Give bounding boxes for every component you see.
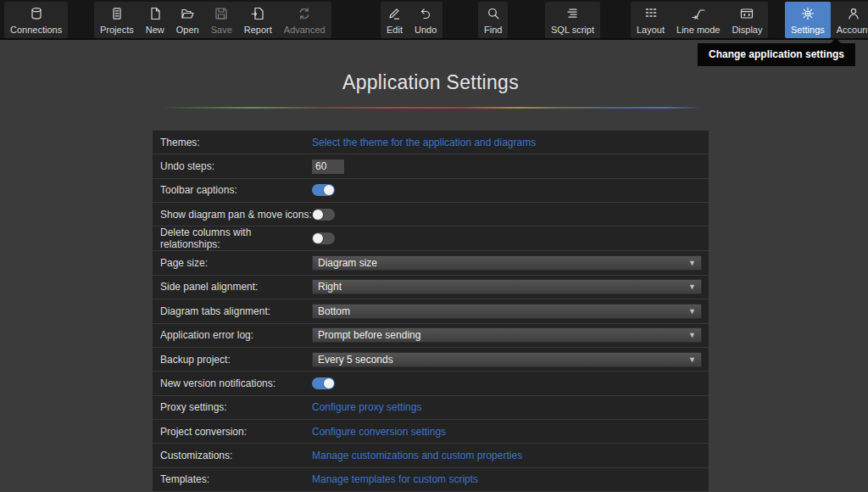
toolbar-button-report[interactable]: Report	[238, 2, 278, 38]
toolbar-button-layout[interactable]: Layout	[631, 2, 670, 38]
setting-input-undo-steps[interactable]	[312, 159, 344, 174]
sync-icon	[297, 5, 312, 22]
setting-label: New version notifications:	[160, 377, 312, 389]
setting-link-project-conversion[interactable]: Configure conversion settings	[312, 426, 446, 438]
setting-value	[312, 159, 709, 174]
toolbar-button-label: Advanced	[284, 25, 326, 36]
setting-toggle-delete-columns-with-relationships[interactable]	[312, 232, 335, 244]
setting-value: Select the theme for the application and…	[312, 137, 709, 148]
setting-value: Configure proxy settings	[312, 401, 709, 413]
setting-label: Backup project:	[160, 354, 312, 366]
chevron-down-icon: ▼	[688, 280, 696, 294]
toolbar-button-label: Line mode	[676, 25, 720, 36]
setting-label: Project conversion:	[160, 426, 312, 438]
settings-row-customizations: Customizations:Manage customizations and…	[153, 444, 709, 467]
settings-row-templates: Templates:Manage templates for custom sc…	[153, 468, 709, 492]
toolbar-group-connections: Connections	[4, 2, 68, 38]
toolbar-button-projects[interactable]: Projects	[94, 2, 140, 38]
setting-link-themes[interactable]: Select the theme for the application and…	[312, 137, 536, 148]
page-title: Application Settings	[153, 71, 709, 94]
settings-row-backup-project: Backup project:Every 5 seconds▼	[153, 348, 709, 372]
rainbow-divider	[159, 107, 702, 109]
toolbar-button-display[interactable]: Display	[726, 2, 768, 38]
toolbar-button-advanced[interactable]: Advanced	[278, 2, 331, 38]
toolbar-button-label: Undo	[415, 25, 437, 36]
setting-label: Themes:	[160, 137, 312, 148]
toolbar-button-label: Layout	[637, 25, 665, 36]
magnifier-icon	[486, 5, 501, 22]
settings-row-toolbar-captions: Toolbar captions:	[153, 179, 709, 203]
setting-toggle-new-version-notifications[interactable]	[312, 377, 335, 389]
toolbar-group-project-actions: ProjectsNewOpenSaveReportAdvanced	[94, 2, 331, 38]
setting-toggle-show-diagram-pan-move-icons[interactable]	[312, 209, 335, 221]
setting-select-page-size[interactable]: Diagram size▼	[312, 255, 702, 271]
toolbar-button-new[interactable]: New	[140, 2, 170, 38]
toolbar-button-label: Projects	[100, 25, 134, 36]
settings-row-page-size: Page size:Diagram size▼	[153, 251, 709, 275]
setting-select-side-panel-alignment[interactable]: Right▼	[312, 279, 702, 294]
toolbar-button-account[interactable]: Account	[831, 2, 868, 38]
setting-select-backup-project[interactable]: Every 5 seconds▼	[312, 352, 702, 367]
settings-table: Themes:Select the theme for the applicat…	[153, 130, 709, 492]
toolbar-button-label: Find	[484, 25, 502, 36]
toolbar-button-find[interactable]: Find	[478, 2, 508, 38]
toolbar-button-open[interactable]: Open	[170, 2, 205, 38]
toolbar-button-line-mode[interactable]: Line mode	[670, 2, 726, 38]
toolbar-group-view: LayoutLine modeDisplay	[631, 2, 768, 38]
toolbar-group-app: SettingsAccount	[785, 2, 868, 38]
report-icon	[250, 5, 265, 22]
setting-label: Show diagram pan & move icons:	[160, 209, 312, 221]
toggle-knob	[313, 210, 323, 220]
layout-grid-icon	[643, 5, 659, 22]
setting-label: Toolbar captions:	[160, 184, 312, 196]
settings-row-proxy-settings: Proxy settings:Configure proxy settings	[153, 396, 709, 420]
settings-tooltip: Change application settings	[698, 43, 855, 66]
toolbar-button-settings[interactable]: Settings	[785, 2, 831, 38]
toolbar-button-label: Edit	[387, 25, 403, 36]
toolbar-button-label: Open	[176, 25, 199, 36]
toolbar-button-save[interactable]: Save	[205, 2, 238, 38]
setting-label: Delete columns with relationships:	[160, 226, 312, 250]
setting-value: Manage templates for custom scripts	[312, 473, 709, 485]
open-folder-icon	[180, 5, 195, 22]
setting-label: Page size:	[160, 257, 312, 269]
setting-label: Proxy settings:	[160, 401, 312, 413]
setting-link-customizations[interactable]: Manage customizations and custom propert…	[312, 450, 522, 461]
setting-label: Side panel alignment:	[160, 281, 312, 293]
settings-row-undo-steps: Undo steps:	[153, 154, 709, 178]
toolbar-button-sql-script[interactable]: SQL script	[545, 2, 600, 38]
setting-value	[312, 232, 709, 244]
setting-select-diagram-tabs-alignment[interactable]: Bottom▼	[312, 304, 702, 319]
chevron-down-icon: ▼	[688, 353, 696, 366]
toolbar-button-label: Settings	[791, 25, 825, 36]
setting-value: Prompt before sending▼	[312, 327, 709, 343]
pencil-icon	[387, 5, 402, 22]
setting-value: Configure conversion settings	[312, 426, 709, 438]
settings-row-diagram-tabs-alignment: Diagram tabs alignment:Bottom▼	[153, 299, 709, 323]
toolbar-button-connections[interactable]: Connections	[4, 2, 68, 38]
selected-option: Every 5 seconds	[318, 353, 393, 366]
save-icon	[214, 5, 229, 22]
toolbar-button-undo[interactable]: Undo	[409, 2, 442, 38]
setting-select-application-error-log[interactable]: Prompt before sending▼	[312, 327, 702, 343]
chevron-down-icon: ▼	[688, 328, 696, 342]
top-toolbar: ConnectionsProjectsNewOpenSaveReportAdva…	[0, 0, 868, 40]
setting-toggle-toolbar-captions[interactable]	[312, 184, 335, 196]
settings-row-side-panel-alignment: Side panel alignment:Right▼	[153, 276, 709, 299]
settings-row-project-conversion: Project conversion:Configure conversion …	[153, 420, 709, 444]
toggle-knob	[324, 185, 334, 195]
settings-row-themes: Themes:Select the theme for the applicat…	[153, 131, 709, 154]
setting-value: Right▼	[312, 279, 709, 294]
gear-icon	[800, 5, 815, 22]
toolbar-button-label: Account	[837, 25, 868, 36]
toggle-knob	[313, 233, 323, 243]
sql-lines-icon	[565, 5, 580, 22]
selected-option: Prompt before sending	[318, 328, 420, 342]
settings-row-show-diagram-pan-move-icons: Show diagram pan & move icons:	[153, 203, 709, 226]
setting-link-templates[interactable]: Manage templates for custom scripts	[312, 473, 478, 485]
setting-label: Application error log:	[160, 329, 312, 341]
chevron-down-icon: ▼	[688, 256, 696, 270]
toolbar-button-label: Connections	[10, 25, 62, 36]
setting-link-proxy-settings[interactable]: Configure proxy settings	[312, 401, 421, 413]
toolbar-button-edit[interactable]: Edit	[381, 2, 409, 38]
